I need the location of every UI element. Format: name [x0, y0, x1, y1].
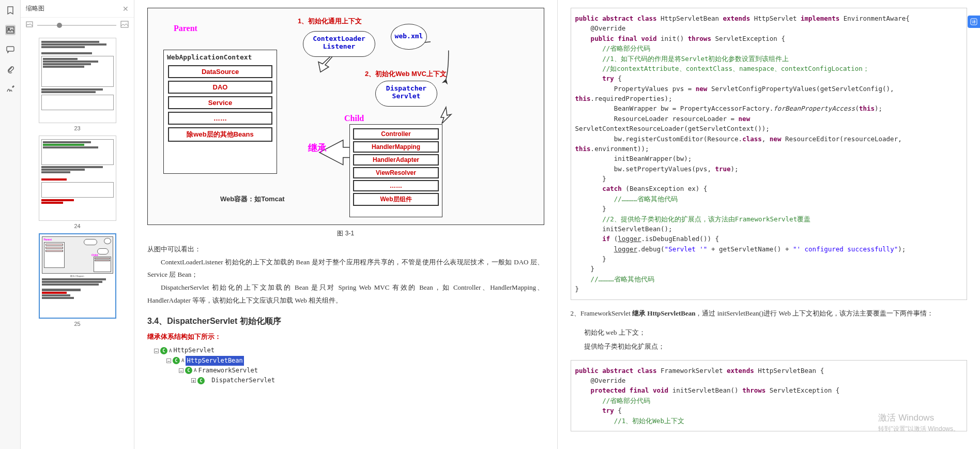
- icon-rail: [0, 0, 21, 449]
- body-paragraphs: 从图中可以看出： ContextLoaderListener 初始化的上下文加载…: [147, 243, 544, 307]
- annotation-1: 1、初始化通用上下文: [298, 17, 362, 26]
- thumbnail-page-25[interactable]: Parent Child 图3-1 Diagram: [39, 233, 116, 319]
- thumbnail-label: 23: [74, 125, 80, 131]
- svg-marker-7: [441, 107, 451, 124]
- inherit-label: 继承: [308, 142, 327, 154]
- section-title: 3.4、DispatcherServlet 初始化顺序: [147, 316, 544, 327]
- thumbnail-label: 24: [74, 223, 80, 229]
- parent-slot: Service: [168, 96, 272, 109]
- close-icon[interactable]: ✕: [122, 5, 129, 13]
- thumbnail-page-24[interactable]: [39, 136, 116, 221]
- svg-text:译: 译: [972, 20, 976, 24]
- svg-point-1: [8, 28, 9, 30]
- page-left: Parent Child 1、初始化通用上下文 2、初始化Web MVC上下文 …: [134, 0, 558, 449]
- svg-rect-4: [121, 21, 128, 27]
- architecture-diagram: Parent Child 1、初始化通用上下文 2、初始化Web MVC上下文 …: [147, 8, 544, 225]
- signature-icon[interactable]: [5, 84, 16, 94]
- inherit-title: 继承体系结构如下所示：: [147, 332, 544, 341]
- class-tree: − CA HttpServlet − CA HttpServletBean − …: [147, 346, 544, 385]
- thumbnails-list: 23 24 Parent: [21, 33, 134, 449]
- paragraph-2e: 提供给子类初始化扩展点；: [571, 340, 968, 352]
- translate-badge-icon[interactable]: 译: [968, 16, 980, 28]
- context-loader-box: ContextLoader Listener: [303, 31, 375, 57]
- child-slot: Web层组件: [353, 193, 439, 206]
- child-slot: HandlerMapping: [353, 141, 439, 153]
- thumbnail-label: 25: [74, 321, 80, 327]
- child-slot: ViewResolver: [353, 167, 439, 178]
- webxml-box: web.xml: [391, 24, 427, 50]
- zoom-in-icon[interactable]: [120, 21, 129, 29]
- paragraph-2d: 初始化 web 上下文；: [571, 326, 968, 338]
- attachment-icon[interactable]: [5, 64, 16, 74]
- thumbnail-size-slider[interactable]: [37, 25, 116, 26]
- code-block-2: public abstract class FrameworkServlet e…: [571, 360, 968, 431]
- wac-title: WebApplicationContext: [167, 53, 273, 61]
- child-box: Controller HandlerMapping HandlerAdapter…: [349, 124, 442, 217]
- child-slot: ……: [353, 180, 439, 191]
- page-right: public abstract class HttpServletBean ex…: [558, 0, 981, 449]
- document-content: Parent Child 1、初始化通用上下文 2、初始化Web MVC上下文 …: [134, 0, 980, 449]
- thumbnails-icon[interactable]: [5, 25, 16, 35]
- tree-expand-icon[interactable]: +: [191, 378, 196, 383]
- parent-label: Parent: [174, 24, 197, 33]
- container-label: Web容器：如Tomcat: [220, 194, 284, 204]
- svg-rect-2: [7, 47, 14, 51]
- paragraph-2: 2、FrameworkServlet 继承 HttpServletBean，通过…: [571, 307, 968, 319]
- tree-collapse-icon[interactable]: −: [154, 349, 159, 353]
- thumbnail-page-23[interactable]: [39, 38, 116, 123]
- child-slot: Controller: [353, 128, 439, 140]
- child-label: Child: [344, 114, 364, 123]
- thumbnails-sidebar: 缩略图 ✕ 23: [21, 0, 134, 449]
- zoom-out-icon[interactable]: [26, 21, 33, 29]
- tree-collapse-icon[interactable]: −: [179, 368, 183, 373]
- wac-box: WebApplicationContext DataSource DAO Ser…: [163, 50, 277, 174]
- dispatcher-box: Dispatcher Servlet: [375, 81, 437, 107]
- bookmark-icon[interactable]: [5, 5, 16, 16]
- parent-slot: DAO: [168, 81, 272, 94]
- annotation-2: 2、初始化Web MVC上下文: [365, 69, 447, 79]
- parent-slot: DataSource: [168, 65, 272, 78]
- sidebar-title: 缩略图: [26, 4, 122, 13]
- parent-slot: ……: [168, 112, 272, 125]
- figure-caption: 图 3-1: [147, 229, 544, 238]
- tree-collapse-icon[interactable]: −: [166, 358, 171, 363]
- child-slot: HandlerAdapter: [353, 154, 439, 166]
- comment-icon[interactable]: [5, 44, 16, 55]
- parent-slot: 除web层的其他Beans: [168, 127, 272, 142]
- code-block-1: public abstract class HttpServletBean ex…: [571, 8, 968, 300]
